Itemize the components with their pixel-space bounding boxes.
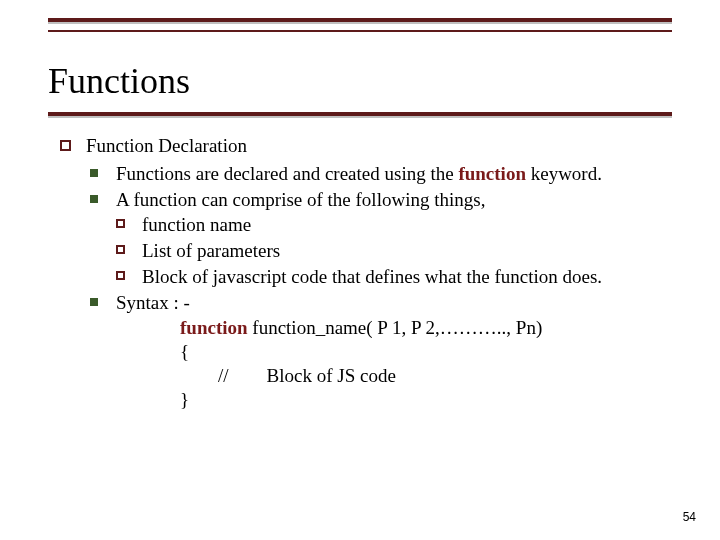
subbullet-name: function name: [116, 213, 672, 237]
decor-bar-under: [48, 112, 672, 116]
syntax-open-brace: {: [180, 340, 672, 364]
content-area: Function Declaration Functions are decla…: [60, 134, 672, 411]
subbullet-block: Block of javascript code that defines wh…: [116, 265, 672, 289]
decor-bar-top: [48, 18, 672, 22]
text-fragment: Functions are declared and created using…: [116, 163, 458, 184]
keyword-function: function: [458, 163, 526, 184]
subbullet-params: List of parameters: [116, 239, 672, 263]
text-fragment: keyword.: [526, 163, 602, 184]
syntax-close-brace: }: [180, 388, 672, 412]
syntax-body: // Block of JS code: [180, 364, 672, 388]
bullet-declared: Functions are declared and created using…: [86, 162, 672, 186]
decor-bar-thin: [48, 30, 672, 32]
section-heading: Function Declaration: [60, 134, 672, 158]
slide-title: Functions: [48, 60, 190, 102]
bullet-comprise: A function can comprise of the following…: [86, 188, 672, 212]
page-number: 54: [683, 510, 696, 524]
keyword-function: function: [180, 317, 248, 338]
syntax-signature: function function_name( P 1, P 2,……….., …: [180, 316, 672, 340]
bullet-syntax: Syntax : -: [86, 291, 672, 315]
syntax-sig-text: function_name( P 1, P 2,……….., Pn): [248, 317, 543, 338]
syntax-block: function function_name( P 1, P 2,……….., …: [180, 316, 672, 411]
